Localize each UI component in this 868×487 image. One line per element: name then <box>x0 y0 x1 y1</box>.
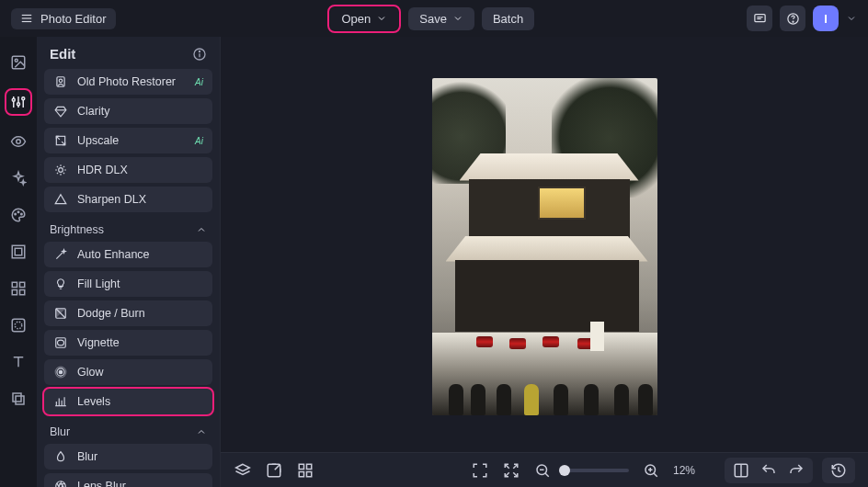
expand-icon <box>53 133 68 148</box>
chevron-down-icon <box>376 13 387 24</box>
chevron-up-icon <box>196 224 207 235</box>
tool-label: Old Photo Restorer <box>77 75 176 88</box>
nav-eye[interactable] <box>7 130 29 153</box>
svg-rect-25 <box>20 290 25 295</box>
group-brightness[interactable]: Brightness <box>44 216 212 242</box>
svg-line-76 <box>275 465 280 470</box>
tool-panel: Edit Old Photo RestorerAiClarityUpscaleA… <box>37 37 221 487</box>
tool-label: Lens Blur <box>77 480 126 487</box>
bulb-icon <box>53 277 68 291</box>
svg-marker-51 <box>55 195 66 204</box>
tool-fill-light[interactable]: Fill Light <box>44 271 212 297</box>
canvas-body[interactable] <box>221 37 868 452</box>
svg-rect-23 <box>20 282 25 287</box>
comment-button[interactable] <box>747 6 772 31</box>
svg-point-7 <box>793 21 794 22</box>
svg-rect-80 <box>307 471 312 476</box>
tool-upscale[interactable]: UpscaleAi <box>44 128 212 153</box>
zoom-slider[interactable] <box>565 469 629 472</box>
tool-levels[interactable]: Levels <box>44 389 212 414</box>
avatar[interactable]: I <box>813 6 839 31</box>
tool-glow[interactable]: Glow <box>44 359 212 385</box>
save-button[interactable]: Save <box>408 7 474 30</box>
compare-button[interactable] <box>732 461 750 480</box>
tool-sharpen-dlx[interactable]: Sharpen DLX <box>44 187 212 212</box>
save-label: Save <box>419 12 447 26</box>
nav-adjust[interactable] <box>5 88 32 116</box>
info-icon[interactable] <box>192 47 207 62</box>
avatar-initial: I <box>824 12 828 26</box>
bottom-bar: 12% <box>221 452 868 487</box>
history-button[interactable] <box>829 461 848 480</box>
help-button[interactable] <box>780 6 805 31</box>
svg-line-50 <box>57 173 58 174</box>
fullscreen-button[interactable] <box>471 461 489 480</box>
group-blur[interactable]: Blur <box>44 418 212 444</box>
redo-button[interactable] <box>787 461 805 480</box>
zoom-out-button[interactable] <box>533 461 552 480</box>
ai-badge: Ai <box>195 77 203 87</box>
diamond-icon <box>53 104 68 119</box>
nav-frame[interactable] <box>7 241 29 263</box>
help-icon <box>786 12 800 26</box>
tool-clarity[interactable]: Clarity <box>44 98 212 124</box>
vignette-icon <box>53 335 68 350</box>
svg-point-27 <box>15 322 22 329</box>
open-ring: Open <box>327 5 401 33</box>
svg-rect-31 <box>16 396 24 404</box>
svg-rect-24 <box>12 290 17 295</box>
topbar-center: Open Save Batch <box>327 5 534 33</box>
levels-icon <box>53 394 68 409</box>
tool-lens-blur[interactable]: Lens Blur <box>44 473 212 487</box>
svg-rect-20 <box>12 245 25 258</box>
open-button[interactable]: Open <box>330 7 398 30</box>
nav-palette[interactable] <box>7 204 29 226</box>
nav-text[interactable] <box>7 351 29 373</box>
zoom-value: 12% <box>673 464 695 477</box>
svg-rect-8 <box>12 56 25 69</box>
tool-auto-enhance[interactable]: Auto Enhance <box>44 242 212 267</box>
fit-button[interactable] <box>502 461 520 480</box>
chevron-down-icon <box>452 13 463 24</box>
tool-label: Auto Enhance <box>77 248 150 261</box>
tool-label: Blur <box>77 450 97 463</box>
tool-label: Upscale <box>77 134 119 147</box>
svg-line-47 <box>57 166 58 167</box>
nav-shapes[interactable] <box>7 277 29 300</box>
expand-button[interactable] <box>265 461 283 480</box>
tool-old-photo-restorer[interactable]: Old Photo RestorerAi <box>44 69 212 95</box>
app-title-chip[interactable]: Photo Editor <box>11 8 116 29</box>
topbar: Photo Editor Open Save Batch I <box>0 0 868 37</box>
svg-rect-3 <box>754 14 764 21</box>
zoom-in-button[interactable] <box>642 461 660 480</box>
svg-rect-79 <box>299 471 303 476</box>
chevron-down-icon[interactable] <box>846 13 857 24</box>
svg-line-52 <box>56 253 63 259</box>
nav-texture[interactable] <box>7 314 29 336</box>
layers-button[interactable] <box>234 461 252 480</box>
tool-dodge-burn[interactable]: Dodge / Burn <box>44 300 212 326</box>
topbar-right: I <box>747 6 857 31</box>
svg-point-16 <box>17 140 21 144</box>
tool-hdr-dlx[interactable]: HDR DLX <box>44 157 212 183</box>
nav-sparkle[interactable] <box>7 167 29 189</box>
svg-point-55 <box>58 340 64 345</box>
contrast-icon <box>53 306 68 321</box>
svg-rect-26 <box>12 319 25 332</box>
tool-scroll[interactable]: Old Photo RestorerAiClarityUpscaleAiHDR … <box>37 69 220 487</box>
tool-label: Levels <box>77 395 110 408</box>
svg-point-42 <box>59 168 63 173</box>
nav-layers[interactable] <box>7 388 29 410</box>
portrait-icon <box>53 74 68 89</box>
batch-button[interactable]: Batch <box>482 7 534 30</box>
tool-vignette[interactable]: Vignette <box>44 330 212 356</box>
undo-button[interactable] <box>760 461 778 480</box>
svg-line-49 <box>63 166 64 167</box>
canvas-area: 12% <box>221 37 868 487</box>
nav-image[interactable] <box>7 51 29 74</box>
grid-button[interactable] <box>296 461 314 480</box>
zoom-controls: 12% <box>533 461 695 480</box>
tool-blur[interactable]: Blur <box>44 444 212 470</box>
glow-icon <box>53 365 68 379</box>
canvas-image <box>432 78 657 415</box>
